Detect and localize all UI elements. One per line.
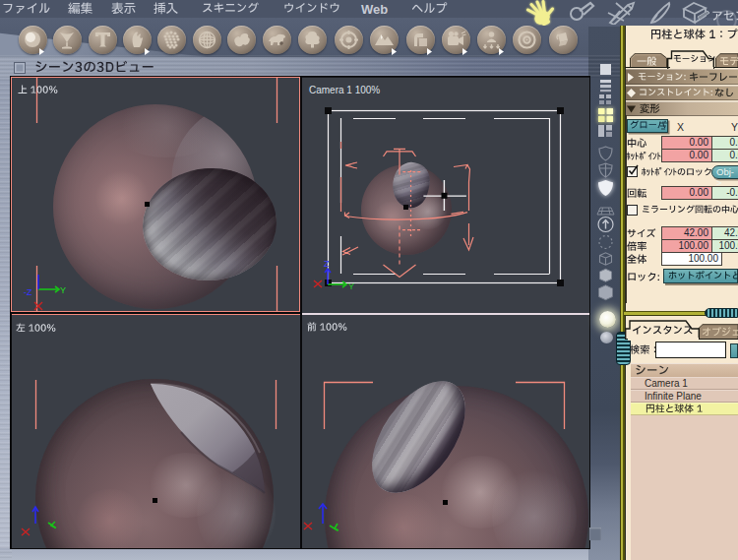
svg-text:Y: Y [348, 281, 354, 291]
svg-text:Y: Y [60, 285, 66, 295]
svg-text:Z: Z [324, 259, 330, 269]
svg-text:-Z: -Z [24, 287, 32, 297]
